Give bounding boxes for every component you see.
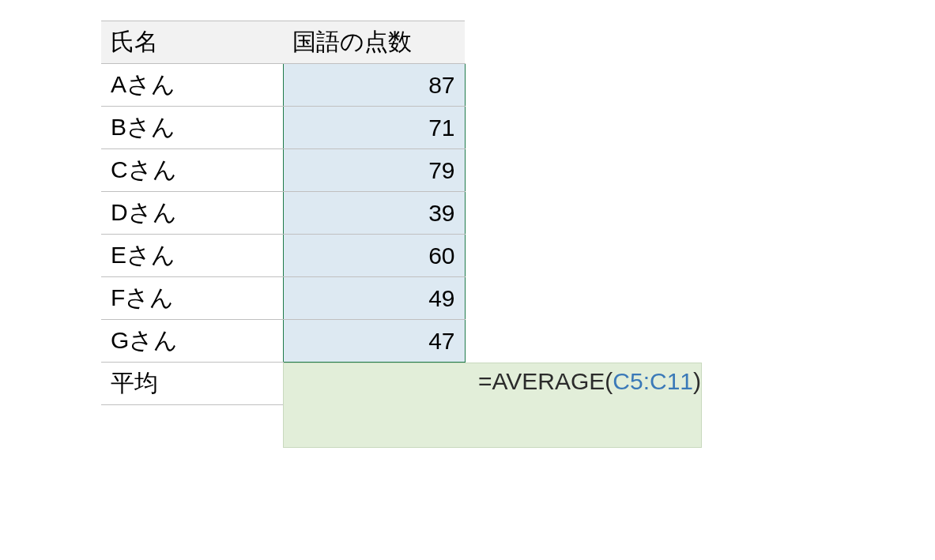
table-row: Dさん 39: [101, 192, 465, 235]
cell-score[interactable]: 87: [283, 64, 465, 107]
table-row: Eさん 60: [101, 235, 465, 277]
cell-score[interactable]: 47: [283, 320, 465, 363]
table-row: Bさん 71: [101, 107, 465, 149]
header-score: 国語の点数: [283, 21, 465, 64]
table-row: Cさん 79: [101, 149, 465, 192]
cell-score[interactable]: 39: [283, 192, 465, 235]
cell-score[interactable]: 49: [283, 277, 465, 320]
formula-suffix: ): [693, 368, 701, 394]
table-avg-row: 平均 =AVERAGE(C5:C11): [101, 363, 465, 405]
avg-label[interactable]: 平均: [101, 363, 283, 405]
cell-name[interactable]: Dさん: [101, 192, 283, 235]
cell-name[interactable]: Gさん: [101, 320, 283, 363]
cell-name[interactable]: Fさん: [101, 277, 283, 320]
table-row: Aさん 87: [101, 64, 465, 107]
formula-range: C5:C11: [613, 368, 693, 394]
formula-editor[interactable]: =AVERAGE(C5:C11): [283, 363, 702, 448]
formula-prefix: =AVERAGE(: [478, 368, 613, 394]
formula-cell[interactable]: =AVERAGE(C5:C11): [283, 363, 465, 405]
table-row: Gさん 47: [101, 320, 465, 363]
cell-score[interactable]: 79: [283, 149, 465, 192]
table-header-row: 氏名 国語の点数: [101, 21, 465, 64]
cell-name[interactable]: Eさん: [101, 235, 283, 277]
cell-score[interactable]: 71: [283, 107, 465, 149]
spreadsheet-table: 氏名 国語の点数 Aさん 87 Bさん 71 Cさん 79 Dさん 39 Eさん…: [101, 21, 466, 405]
cell-name[interactable]: Bさん: [101, 107, 283, 149]
cell-score[interactable]: 60: [283, 235, 465, 277]
cell-name[interactable]: Cさん: [101, 149, 283, 192]
table-row: Fさん 49: [101, 277, 465, 320]
header-name: 氏名: [101, 21, 283, 64]
cell-name[interactable]: Aさん: [101, 64, 283, 107]
